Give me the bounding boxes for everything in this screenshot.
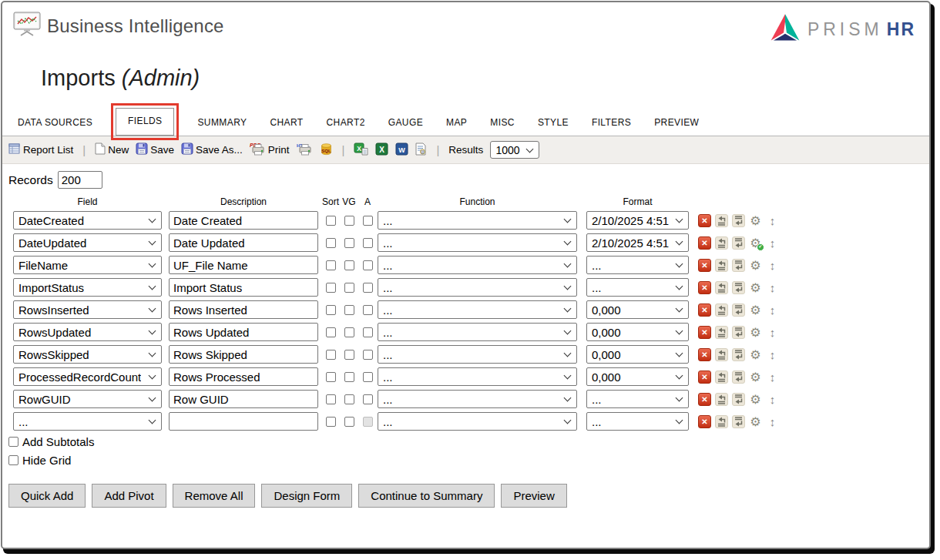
move-down-icon[interactable] xyxy=(732,303,745,317)
tab-preview[interactable]: PREVIEW xyxy=(654,117,699,128)
field-select[interactable]: RowsInserted xyxy=(13,300,162,319)
a-checkbox[interactable] xyxy=(363,216,373,226)
move-down-icon[interactable] xyxy=(732,236,745,250)
field-settings-gear-icon[interactable]: ⚙ ✔ xyxy=(749,259,762,272)
delete-row-icon[interactable]: ✕ xyxy=(698,281,711,294)
reorder-icon[interactable]: ↕ xyxy=(766,371,779,384)
sort-checkbox[interactable] xyxy=(326,417,336,427)
export-document-button[interactable]: @ xyxy=(415,143,427,158)
a-checkbox[interactable] xyxy=(363,394,373,404)
reorder-icon[interactable]: ↕ xyxy=(766,214,779,227)
delete-row-icon[interactable]: ✕ xyxy=(698,259,711,272)
add-subtotals-checkbox[interactable] xyxy=(8,437,18,447)
a-checkbox[interactable] xyxy=(363,350,373,360)
move-up-icon[interactable] xyxy=(715,236,728,250)
field-select[interactable]: RowsSkipped xyxy=(13,345,162,364)
function-select[interactable]: ... xyxy=(378,256,577,274)
reorder-icon[interactable]: ↕ xyxy=(766,415,779,428)
function-select[interactable]: ... xyxy=(378,367,577,386)
tab-summary[interactable]: SUMMARY xyxy=(197,117,247,128)
move-down-icon[interactable] xyxy=(732,214,745,227)
hide-grid-checkbox[interactable] xyxy=(8,455,18,465)
delete-row-icon[interactable]: ✕ xyxy=(698,348,711,361)
format-select[interactable]: ... xyxy=(586,256,689,274)
new-button[interactable]: New xyxy=(95,143,129,157)
function-select[interactable]: ... xyxy=(378,390,577,408)
delete-row-icon[interactable]: ✕ xyxy=(698,326,711,339)
vg-checkbox[interactable] xyxy=(344,283,354,293)
tab-gauge[interactable]: GAUGE xyxy=(388,117,423,128)
move-up-icon[interactable] xyxy=(715,415,728,428)
sort-checkbox[interactable] xyxy=(326,372,336,382)
format-select[interactable]: 0,000 xyxy=(586,323,689,341)
export-word-button[interactable]: W xyxy=(395,143,408,158)
reorder-icon[interactable]: ↕ xyxy=(766,236,779,250)
delete-row-icon[interactable]: ✕ xyxy=(698,415,711,428)
format-select[interactable]: 0,000 xyxy=(586,300,689,319)
description-input[interactable] xyxy=(169,300,318,319)
format-select[interactable]: ... xyxy=(586,390,689,408)
field-settings-gear-icon[interactable]: ⚙ ✔ xyxy=(749,326,762,339)
tab-chart2[interactable]: CHART2 xyxy=(327,117,365,128)
move-up-icon[interactable] xyxy=(715,348,728,361)
report-list-button[interactable]: Report List xyxy=(8,143,73,157)
sort-checkbox[interactable] xyxy=(326,238,336,248)
description-input[interactable] xyxy=(169,390,318,408)
reorder-icon[interactable]: ↕ xyxy=(766,326,779,339)
field-settings-gear-icon[interactable]: ⚙ ✔ xyxy=(749,214,762,227)
move-up-icon[interactable] xyxy=(715,259,728,272)
delete-row-icon[interactable]: ✕ xyxy=(698,214,711,227)
save-button[interactable]: Save xyxy=(136,143,174,157)
field-select[interactable]: FileName xyxy=(13,256,162,274)
quick-add-button[interactable]: Quick Add xyxy=(8,484,86,508)
records-input[interactable] xyxy=(58,171,102,189)
sort-checkbox[interactable] xyxy=(326,350,336,360)
move-down-icon[interactable] xyxy=(732,393,745,406)
tab-data-sources[interactable]: DATA SOURCES xyxy=(18,117,92,128)
description-input[interactable] xyxy=(169,278,318,297)
sql-button[interactable]: SQL xyxy=(320,143,333,158)
field-select[interactable]: ImportStatus xyxy=(13,278,162,297)
sort-checkbox[interactable] xyxy=(326,394,336,404)
move-up-icon[interactable] xyxy=(715,303,728,317)
format-select[interactable]: 2/10/2025 4:51 PM xyxy=(586,211,689,230)
a-checkbox[interactable] xyxy=(363,260,373,270)
save-as-button[interactable]: Save As... xyxy=(181,143,243,157)
description-input[interactable] xyxy=(169,345,318,364)
continue-to-summary-button[interactable]: Continue to Summary xyxy=(358,484,495,508)
tab-chart[interactable]: CHART xyxy=(270,117,303,128)
field-select[interactable]: DateCreated xyxy=(13,211,162,230)
export-excel-sheet-button[interactable]: X xyxy=(354,143,368,158)
delete-row-icon[interactable]: ✕ xyxy=(698,371,711,384)
a-checkbox[interactable] xyxy=(363,283,373,293)
design-form-button[interactable]: Design Form xyxy=(261,484,352,508)
sort-checkbox[interactable] xyxy=(326,260,336,270)
delete-row-icon[interactable]: ✕ xyxy=(698,303,711,317)
format-select[interactable]: 0,000 xyxy=(586,345,689,364)
field-select[interactable]: RowsUpdated xyxy=(13,323,162,341)
field-settings-gear-icon[interactable]: ⚙ ✔ xyxy=(749,236,762,250)
function-select[interactable]: ... xyxy=(378,211,577,230)
reorder-icon[interactable]: ↕ xyxy=(766,303,779,317)
move-down-icon[interactable] xyxy=(732,326,745,339)
a-checkbox[interactable] xyxy=(363,372,373,382)
function-select[interactable]: ... xyxy=(378,300,577,319)
sort-checkbox[interactable] xyxy=(326,283,336,293)
print-pdf-button[interactable]: PDF Print xyxy=(250,142,290,158)
move-up-icon[interactable] xyxy=(715,371,728,384)
format-select[interactable]: ... xyxy=(586,278,689,297)
function-select[interactable]: ... xyxy=(378,323,577,341)
sort-checkbox[interactable] xyxy=(326,327,336,337)
description-input[interactable] xyxy=(169,412,318,431)
reorder-icon[interactable]: ↕ xyxy=(766,281,779,294)
export-excel-button[interactable]: X xyxy=(375,143,388,158)
field-select[interactable]: DateUpdated xyxy=(13,233,162,252)
function-select[interactable]: ... xyxy=(378,233,577,252)
remove-all-button[interactable]: Remove All xyxy=(173,484,256,508)
field-settings-gear-icon[interactable]: ⚙ ✔ xyxy=(749,303,762,317)
field-settings-gear-icon[interactable]: ⚙ ✔ xyxy=(749,281,762,294)
tab-style[interactable]: STYLE xyxy=(538,117,569,128)
a-checkbox[interactable] xyxy=(363,305,373,315)
vg-checkbox[interactable] xyxy=(344,327,354,337)
a-checkbox[interactable] xyxy=(363,327,373,337)
